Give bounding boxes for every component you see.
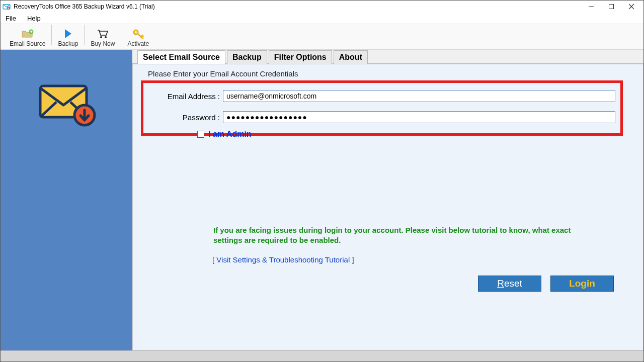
app-window: RecoveryTools Office 365 Backup Wizard v… <box>0 0 644 362</box>
title-bar: RecoveryTools Office 365 Backup Wizard v… <box>1 1 643 13</box>
svg-point-9 <box>105 36 107 38</box>
toolbar: Email Source Backup Buy Now <box>1 24 643 50</box>
reset-hotkey: R <box>497 278 504 289</box>
toolbar-separator <box>51 25 52 45</box>
password-label: Password : <box>148 113 223 122</box>
admin-label: I am Admin <box>208 130 252 139</box>
password-row: Password : <box>148 111 615 123</box>
sidebar <box>1 50 132 350</box>
app-icon <box>3 3 11 11</box>
tab-filter-options[interactable]: Filter Options <box>269 50 332 64</box>
menu-help[interactable]: Help <box>25 14 43 23</box>
menu-file[interactable]: File <box>4 14 18 23</box>
toolbar-backup-label: Backup <box>58 40 78 47</box>
button-row: Reset Login <box>478 276 614 292</box>
cart-icon <box>96 27 109 40</box>
tutorial-link[interactable]: [ Visit Settings & Troubleshooting Tutor… <box>212 255 354 264</box>
toolbar-activate-label: Activate <box>127 40 149 47</box>
close-button[interactable] <box>621 1 641 13</box>
maximize-button[interactable] <box>601 1 621 13</box>
admin-checkbox[interactable] <box>197 131 204 138</box>
help-text: If you are facing issues during login to… <box>213 225 583 246</box>
credentials-highlight: Email Address : Password : <box>141 80 623 136</box>
toolbar-backup[interactable]: Backup <box>53 23 83 47</box>
toolbar-separator <box>121 25 121 45</box>
email-label: Email Address : <box>148 92 223 101</box>
login-button[interactable]: Login <box>550 276 614 292</box>
envelope-download-icon <box>36 79 97 131</box>
toolbar-email-source-label: Email Source <box>10 40 45 47</box>
email-row: Email Address : <box>148 90 615 102</box>
toolbar-buy-now[interactable]: Buy Now <box>86 23 120 47</box>
content-area: Select Email Source Backup Filter Option… <box>132 50 643 350</box>
fieldset-legend: Please Enter your Email Account Credenti… <box>148 69 298 78</box>
svg-line-4 <box>629 4 634 9</box>
tab-backup[interactable]: Backup <box>227 50 267 64</box>
tab-select-email-source[interactable]: Select Email Source <box>137 50 225 64</box>
svg-point-8 <box>100 36 102 38</box>
admin-row: I am Admin <box>197 130 252 139</box>
svg-line-5 <box>629 4 634 9</box>
folder-add-icon <box>21 27 34 40</box>
toolbar-separator <box>84 25 85 45</box>
reset-rest: eset <box>504 278 522 289</box>
toolbar-email-source[interactable]: Email Source <box>5 23 50 47</box>
login-label: Login <box>569 278 595 289</box>
toolbar-activate[interactable]: Activate <box>122 23 154 47</box>
body: Select Email Source Backup Filter Option… <box>1 50 643 350</box>
tab-bar: Select Email Source Backup Filter Option… <box>132 50 643 64</box>
svg-marker-7 <box>65 29 71 38</box>
password-input[interactable] <box>223 111 615 123</box>
menu-bar: File Help <box>1 13 643 24</box>
reset-button[interactable]: Reset <box>478 276 541 292</box>
key-icon <box>132 27 145 40</box>
tab-about[interactable]: About <box>334 50 368 64</box>
email-input[interactable] <box>223 90 615 102</box>
window-controls <box>581 1 641 13</box>
minimize-button[interactable] <box>581 1 601 13</box>
svg-point-11 <box>135 31 137 33</box>
window-title: RecoveryTools Office 365 Backup Wizard v… <box>14 3 581 10</box>
status-bar <box>1 350 643 361</box>
svg-rect-3 <box>609 5 614 9</box>
toolbar-buy-now-label: Buy Now <box>91 40 115 47</box>
play-icon <box>63 27 73 40</box>
credentials-panel: Please Enter your Email Account Credenti… <box>132 64 643 350</box>
